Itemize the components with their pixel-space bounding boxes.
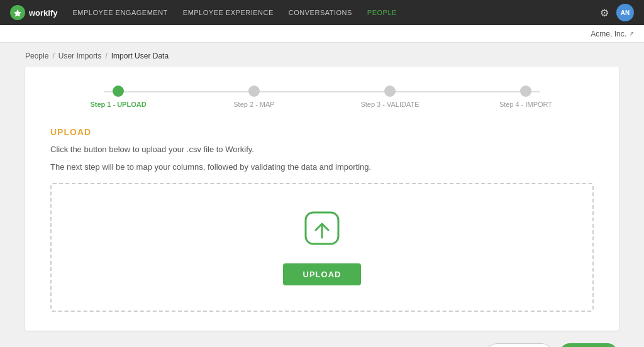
step-4-dot [520,85,531,97]
step-4-label: Step 4 - IMPORT [499,101,552,108]
company-selector[interactable]: Acme, Inc. ↗ [591,30,634,38]
step-2-label: Step 2 - MAP [233,101,274,108]
main-content: Step 1 - UPLOAD Step 2 - MAP Step 3 - VA… [0,67,644,347]
logo-area[interactable]: workify [10,5,58,20]
upload-svg-icon [301,210,343,253]
go-back-button[interactable]: GO BACK [487,343,552,347]
steps-bar: Step 1 - UPLOAD Step 2 - MAP Step 3 - VA… [50,85,594,108]
nav-employee-experience[interactable]: EMPLOYEE EXPERIENCE [183,9,274,16]
external-link-icon: ↗ [629,30,634,37]
nav-employee-engagement[interactable]: EMPLOYEE ENGAGEMENT [73,9,168,16]
breadcrumb-user-imports[interactable]: User Imports [58,52,102,60]
step-1: Step 1 - UPLOAD [50,85,186,108]
step-4: Step 4 - IMPORT [458,85,594,108]
breadcrumb: People / User Imports / Import User Data [0,43,644,67]
upload-desc-line1: Click the button below to upload your .c… [50,143,594,156]
nav-links: EMPLOYEE ENGAGEMENT EMPLOYEE EXPERIENCE … [73,9,600,16]
step-1-label: Step 1 - UPLOAD [90,101,146,108]
breadcrumb-current: Import User Data [111,52,169,60]
breadcrumb-people[interactable]: People [25,52,48,60]
upload-card: Step 1 - UPLOAD Step 2 - MAP Step 3 - VA… [25,67,619,331]
step-3-label: Step 3 - VALIDATE [360,101,419,108]
drop-zone[interactable]: UPLOAD [50,183,594,312]
logo-text: workify [29,8,58,18]
upload-desc-line2: The next step will be to map your column… [50,161,594,174]
company-name: Acme, Inc. [591,30,626,38]
nav-right: ⚙ AN [600,4,634,21]
bottom-actions: GO BACK NEXT [25,343,619,347]
upload-title: UPLOAD [50,127,594,137]
nav-people[interactable]: PEOPLE [367,9,397,16]
step-1-dot [113,85,124,97]
step-3-dot [384,85,396,97]
step-2: Step 2 - MAP [186,85,322,108]
step-3: Step 3 - VALIDATE [322,85,458,108]
step-2-dot [248,85,260,97]
next-button[interactable]: NEXT [560,343,618,347]
nav-conversations[interactable]: CONVERSATIONS [289,9,352,16]
top-navigation: workify EMPLOYEE ENGAGEMENT EMPLOYEE EXP… [0,0,644,25]
logo-icon [10,5,25,20]
gear-icon[interactable]: ⚙ [600,7,609,19]
avatar[interactable]: AN [616,4,634,21]
breadcrumb-sep-2: / [105,52,107,60]
upload-button[interactable]: UPLOAD [283,263,362,285]
upload-icon-container [300,209,344,253]
sub-navigation: Acme, Inc. ↗ [0,25,644,43]
breadcrumb-sep-1: / [52,52,54,60]
